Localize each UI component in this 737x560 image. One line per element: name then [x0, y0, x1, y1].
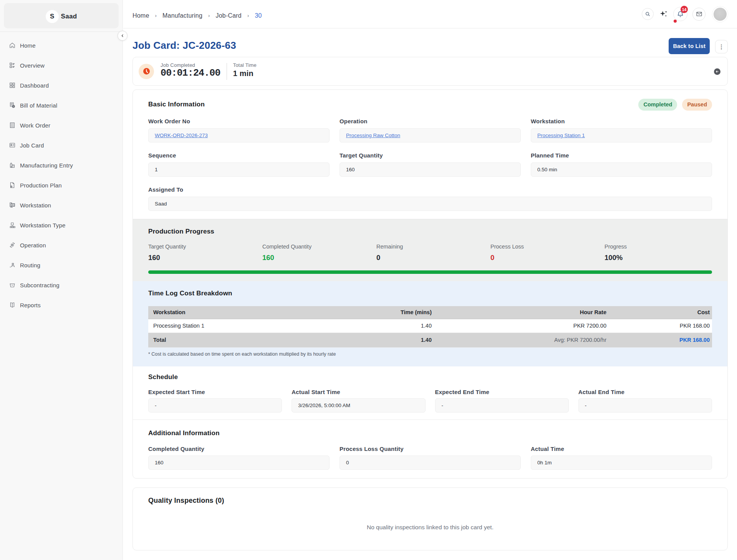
svg-text:i: i	[13, 106, 13, 108]
